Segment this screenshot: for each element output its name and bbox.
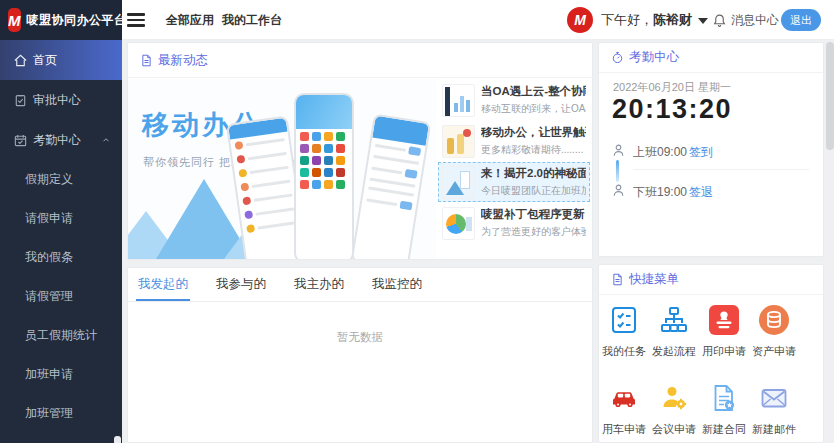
news-thumbnail bbox=[442, 84, 475, 117]
chevron-up-icon bbox=[101, 135, 111, 145]
document-icon bbox=[611, 273, 624, 286]
phone-mockup-center bbox=[294, 93, 354, 259]
nav-all-apps[interactable]: 全部应用 bbox=[166, 0, 214, 40]
asset-icon bbox=[759, 305, 789, 335]
top-header: M 唛盟协同办公平台 全部应用 我的工作台 M 下午好，陈裕财 消息中心 退出 bbox=[0, 0, 834, 40]
sidebar-subitem-overtime-management[interactable]: 加班管理 bbox=[0, 394, 122, 433]
tab-initiated-by-me[interactable]: 我发起的 bbox=[136, 268, 190, 301]
news-title: 唛盟补丁包程序更新 bbox=[481, 207, 586, 222]
flow-icon bbox=[659, 305, 689, 335]
quick-seal-request[interactable]: 用印申请 bbox=[699, 305, 749, 359]
quick-new-contract[interactable]: 新建合同 bbox=[699, 383, 749, 437]
quick-menu-title: 快捷菜单 bbox=[629, 271, 679, 288]
checkout-link[interactable]: 签退 bbox=[689, 184, 713, 201]
news-item[interactable]: 当OA遇上云-整个协同OA移动互联的到来，让OA与云 bbox=[438, 80, 590, 120]
chevron-down-icon bbox=[698, 18, 708, 24]
timeline-connector bbox=[616, 160, 619, 182]
page-scrollbar-thumb[interactable] bbox=[826, 42, 834, 150]
checkout-row: 下班19:00 签退 bbox=[599, 181, 823, 203]
sidebar-subitem-leave-management[interactable]: 请假管理 bbox=[0, 277, 122, 316]
quick-label: 我的任务 bbox=[602, 344, 646, 359]
document-icon bbox=[140, 54, 153, 67]
attendance-date: 2022年06月20日 星期一 bbox=[613, 80, 731, 95]
tab-hosted-by-me[interactable]: 我主办的 bbox=[292, 268, 346, 301]
sidebar-subitem-employee-holiday-stats[interactable]: 员工假期统计 bbox=[0, 316, 122, 355]
news-item[interactable]: 移动办公，让世界触手可更多精彩敬请期待........ bbox=[438, 121, 590, 161]
quick-label: 发起流程 bbox=[652, 344, 696, 359]
news-thumbnail bbox=[442, 166, 475, 199]
sidebar-item-home[interactable]: 首页 bbox=[0, 40, 122, 80]
quick-label: 用印申请 bbox=[702, 344, 746, 359]
sidebar-subitem-holiday-definition[interactable]: 假期定义 bbox=[0, 160, 122, 199]
home-icon bbox=[13, 53, 28, 68]
news-item[interactable]: 唛盟补丁包程序更新为了营造更好的客户体验，唛 bbox=[438, 203, 590, 243]
quick-meeting-request[interactable]: 会议申请 bbox=[649, 383, 699, 437]
latest-news-panel: 最新动态 移动办公 帮你领先同行 把工作带出办公室 bbox=[127, 42, 593, 260]
nav-my-workbench[interactable]: 我的工作台 bbox=[222, 0, 282, 40]
news-item-selected[interactable]: 来！揭开2.0的神秘面纱-今日唛盟团队正在加班加点， bbox=[438, 162, 590, 202]
contract-icon bbox=[709, 383, 739, 413]
attendance-icon bbox=[13, 133, 28, 148]
quick-new-mail[interactable]: 新建邮件 bbox=[749, 383, 799, 437]
bell-icon bbox=[712, 13, 727, 28]
car-icon bbox=[609, 383, 639, 413]
message-center[interactable]: 消息中心 bbox=[712, 0, 779, 40]
tasks-panel: 我发起的 我参与的 我主办的 我监控的 暂无数据 bbox=[127, 267, 593, 443]
person-icon bbox=[611, 143, 626, 158]
user-name: 陈裕财 bbox=[653, 12, 692, 27]
stamp-icon bbox=[709, 305, 739, 335]
attendance-panel: 考勤中心 2022年06月20日 星期一 20:13:20 上班09:00 签到… bbox=[598, 42, 824, 257]
quick-vehicle-request[interactable]: 用车申请 bbox=[599, 383, 649, 437]
approval-icon bbox=[13, 93, 28, 108]
sidebar-item-approval-center[interactable]: 审批中心 bbox=[0, 80, 122, 120]
brand: M 唛盟协同办公平台 bbox=[0, 0, 122, 40]
checkin-label: 上班09:00 bbox=[633, 144, 687, 161]
attendance-header: 考勤中心 bbox=[599, 43, 823, 73]
sidebar-item-label: 考勤中心 bbox=[33, 132, 81, 149]
latest-news-header: 最新动态 bbox=[128, 43, 592, 78]
tab-participated-by-me[interactable]: 我参与的 bbox=[214, 268, 268, 301]
tab-monitored-by-me[interactable]: 我监控的 bbox=[370, 268, 424, 301]
news-list: 当OA遇上云-整个协同OA移动互联的到来，让OA与云 移动办公，让世界触手可更多… bbox=[438, 80, 590, 244]
tasks-tabbar: 我发起的 我参与的 我主办的 我监控的 bbox=[128, 268, 592, 302]
quick-menu-panel: 快捷菜单 我的任务 发起流程 用印申请 资产申请 用车申请 会议申请 新建合 bbox=[598, 264, 824, 443]
user-menu[interactable]: 下午好，陈裕财 bbox=[601, 0, 708, 40]
checkout-label: 下班19:00 bbox=[633, 184, 687, 201]
message-center-label: 消息中心 bbox=[731, 12, 779, 29]
mail-icon bbox=[759, 383, 789, 413]
logout-button[interactable]: 退出 bbox=[781, 9, 821, 31]
news-desc: 更多精彩敬请期待........ bbox=[481, 143, 586, 157]
news-title: 移动办公，让世界触手可 bbox=[481, 125, 586, 140]
divider bbox=[633, 169, 809, 170]
sidebar-scrollbar[interactable] bbox=[114, 436, 121, 443]
checkin-row: 上班09:00 签到 bbox=[599, 141, 823, 163]
greeting-text: 下午好， bbox=[601, 12, 653, 27]
sidebar-subitem-leave-request[interactable]: 请假申请 bbox=[0, 199, 122, 238]
quick-asset-request[interactable]: 资产申请 bbox=[749, 305, 799, 359]
menu-toggle-icon[interactable] bbox=[127, 13, 145, 27]
quick-start-flow[interactable]: 发起流程 bbox=[649, 305, 699, 359]
sidebar-item-attendance-center[interactable]: 考勤中心 bbox=[0, 120, 122, 160]
quick-menu-header: 快捷菜单 bbox=[599, 265, 823, 295]
attendance-title: 考勤中心 bbox=[629, 49, 679, 66]
quick-menu-grid: 我的任务 发起流程 用印申请 资产申请 用车申请 会议申请 新建合同 新建邮件 bbox=[599, 305, 799, 437]
sidebar: 首页 审批中心 考勤中心 假期定义 请假申请 我的假条 请假管理 员工假期统计 … bbox=[0, 40, 122, 443]
news-title: 当OA遇上云-整个协同OA bbox=[481, 84, 586, 99]
sidebar-item-label: 首页 bbox=[33, 52, 57, 69]
attendance-clock: 20:13:20 bbox=[612, 94, 732, 125]
news-title: 来！揭开2.0的神秘面纱- bbox=[481, 166, 586, 181]
news-thumbnail bbox=[442, 207, 475, 240]
checkin-link[interactable]: 签到 bbox=[689, 144, 713, 161]
app-title: 唛盟协同办公平台 bbox=[27, 12, 127, 29]
quick-label: 用车申请 bbox=[602, 422, 646, 437]
quick-my-tasks[interactable]: 我的任务 bbox=[599, 305, 649, 359]
quick-label: 新建合同 bbox=[702, 422, 746, 437]
promo-carousel[interactable]: 移动办公 帮你领先同行 把工作带出办公室 bbox=[128, 79, 436, 259]
news-desc: 移动互联的到来，让OA与云 bbox=[481, 102, 586, 116]
sidebar-subitem-overtime-request[interactable]: 加班申请 bbox=[0, 355, 122, 394]
user-avatar[interactable]: M bbox=[567, 7, 593, 33]
app-logo: M bbox=[8, 8, 21, 32]
sidebar-item-label: 审批中心 bbox=[33, 92, 81, 109]
sidebar-subitem-my-leave-notes[interactable]: 我的假条 bbox=[0, 238, 122, 277]
news-desc: 今日唛盟团队正在加班加点， bbox=[481, 184, 586, 198]
